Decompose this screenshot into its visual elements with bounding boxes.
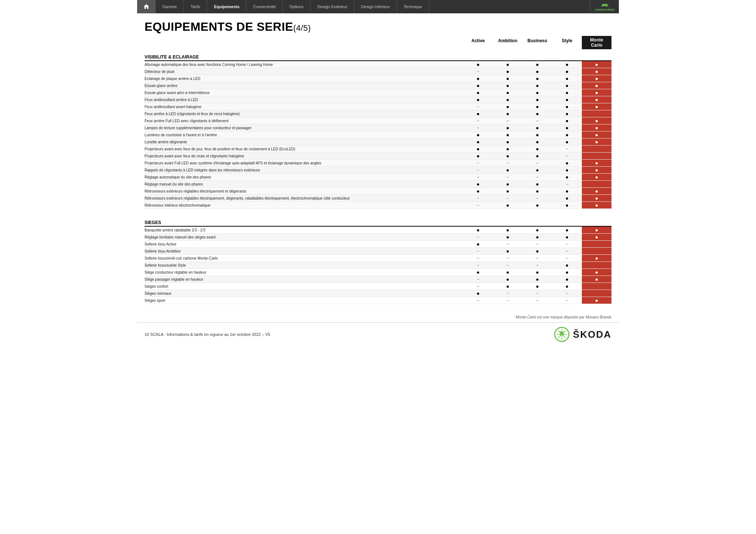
cell-ambition: – bbox=[493, 290, 523, 297]
cell-montecarlo: ● bbox=[582, 255, 611, 261]
nav-gamme[interactable]: Gamme bbox=[156, 0, 184, 13]
cell-active: – bbox=[463, 195, 493, 201]
cell-business: – bbox=[523, 297, 552, 304]
cell-ambition: – bbox=[493, 297, 523, 304]
row-label: Rappels de clignotants à LED intégrés da… bbox=[145, 167, 463, 173]
row-cells: ●●●●● bbox=[463, 96, 611, 103]
row-cells: –––●– bbox=[463, 262, 611, 268]
nav-design-ext[interactable]: Design Extérieur bbox=[311, 0, 354, 13]
cell-style: ● bbox=[552, 124, 582, 131]
nav-tarifs[interactable]: Tarifs bbox=[184, 0, 207, 13]
cell-ambition: ● bbox=[493, 283, 523, 290]
row-cells: ●●●●● bbox=[463, 138, 611, 145]
table-row: Sellerie tissu/suède Style–––●– bbox=[145, 262, 611, 269]
cell-business: ● bbox=[523, 146, 552, 152]
cell-style: ● bbox=[552, 269, 582, 276]
cell-style: – bbox=[552, 297, 582, 304]
cell-style: – bbox=[552, 255, 582, 261]
table-row: Rappels de clignotants à LED intégrés da… bbox=[145, 167, 611, 174]
cell-montecarlo: – bbox=[582, 283, 611, 290]
nav-bar: Gamme Tarifs Equipements Connectivité Op… bbox=[137, 0, 619, 13]
cell-style: ● bbox=[552, 234, 582, 240]
table-row: Sellerie tissu Active●–––– bbox=[145, 241, 611, 248]
row-label: Allumage automatique des feux avec fonct… bbox=[145, 62, 463, 67]
table-row: Essuie-glace avant aéro à intermittence●… bbox=[145, 89, 611, 96]
table-row: Feux antibrouillard avant halogène–●●●● bbox=[145, 103, 611, 110]
cell-ambition: ● bbox=[493, 181, 523, 187]
cell-ambition: ● bbox=[493, 167, 523, 173]
cell-business: ● bbox=[523, 131, 552, 138]
cell-montecarlo: ● bbox=[582, 202, 611, 208]
cell-active: – bbox=[463, 234, 493, 240]
cell-style: – bbox=[552, 181, 582, 187]
table-row: Sellerie tissu/simili-cuir carbone Monte… bbox=[145, 255, 611, 262]
home-button[interactable] bbox=[137, 0, 156, 13]
row-label: Feux antibrouillard arrière à LED bbox=[145, 97, 463, 103]
cell-business: ● bbox=[523, 89, 552, 96]
cell-montecarlo: ● bbox=[582, 96, 611, 103]
row-cells: ––––● bbox=[463, 297, 611, 304]
nav-technique[interactable]: Technique bbox=[397, 0, 429, 13]
cell-active: – bbox=[463, 248, 493, 254]
cell-montecarlo: ● bbox=[582, 61, 611, 68]
table-row: Projecteurs avant avec feux de route et … bbox=[145, 153, 611, 160]
table-row: Réglage manuel du site des phares●●●–– bbox=[145, 181, 611, 188]
cell-active: ● bbox=[463, 96, 493, 103]
row-cells: ●●●●● bbox=[463, 227, 611, 233]
cell-style: ● bbox=[552, 227, 582, 233]
nav-connectivite[interactable]: Connectivité bbox=[246, 0, 283, 13]
row-label: Réglage automatique du site des phares bbox=[145, 174, 463, 180]
cell-ambition: ● bbox=[493, 131, 523, 138]
cell-montecarlo: ● bbox=[582, 188, 611, 194]
cell-ambition: – bbox=[493, 195, 523, 201]
cell-business: ● bbox=[523, 82, 552, 89]
row-cells: ●–––– bbox=[463, 241, 611, 247]
cell-montecarlo: – bbox=[582, 248, 611, 254]
cell-style: ● bbox=[552, 89, 582, 96]
cell-montecarlo: – bbox=[582, 181, 611, 187]
configurez-button[interactable]: CONFIGUREZ bbox=[590, 0, 619, 13]
cell-business: ● bbox=[523, 202, 552, 208]
row-label: Siège passager réglable en hauteur bbox=[145, 277, 463, 282]
cell-business: – bbox=[523, 195, 552, 201]
cell-montecarlo: ● bbox=[582, 276, 611, 283]
cell-montecarlo: – bbox=[582, 110, 611, 117]
row-label: Banquette arrière rabattable 2/3 - 1/3 bbox=[145, 227, 463, 233]
page-title-area: EQUIPEMENTS DE SERIE(4/5) bbox=[137, 13, 619, 36]
row-cells: ●–––– bbox=[463, 290, 611, 297]
equipment-table: Active Ambition Business Style MonteCarl… bbox=[137, 36, 619, 304]
cell-ambition: ● bbox=[493, 138, 523, 145]
cell-active: ● bbox=[463, 82, 493, 89]
cell-montecarlo: – bbox=[582, 290, 611, 297]
cell-active: – bbox=[463, 124, 493, 131]
cell-style: ● bbox=[552, 283, 582, 290]
cell-montecarlo: – bbox=[582, 153, 611, 159]
cell-style: – bbox=[552, 146, 582, 152]
cell-business: ● bbox=[523, 96, 552, 103]
cell-style: ● bbox=[552, 75, 582, 82]
cell-active: – bbox=[463, 117, 493, 124]
cell-active: – bbox=[463, 262, 493, 268]
cell-active: – bbox=[463, 160, 493, 166]
cell-style: – bbox=[552, 241, 582, 247]
cell-ambition: ● bbox=[493, 103, 523, 110]
table-row: Feux arrière Full LED avec clignotants à… bbox=[145, 117, 611, 124]
cell-style: ● bbox=[552, 117, 582, 124]
row-cells: ●●●●– bbox=[463, 110, 611, 117]
cell-active: – bbox=[463, 283, 493, 290]
table-row: Sièges sport––––● bbox=[145, 297, 611, 304]
cell-montecarlo: – bbox=[582, 146, 611, 152]
cell-business: ● bbox=[523, 153, 552, 159]
row-cells: ●●●●● bbox=[463, 61, 611, 68]
cell-business: ● bbox=[523, 283, 552, 290]
row-label: Rétroviseurs extérieurs réglables électr… bbox=[145, 188, 463, 194]
nav-design-int[interactable]: Design Intérieur bbox=[354, 0, 397, 13]
table-row: Sièges normaux●–––– bbox=[145, 290, 611, 297]
footer-page-info: 10 SCALA : Informations & tarifs en vigu… bbox=[145, 332, 270, 337]
nav-options[interactable]: Options bbox=[283, 0, 311, 13]
cell-business: – bbox=[523, 117, 552, 124]
table-row: Détecteur de pluie–●●●● bbox=[145, 68, 611, 75]
nav-equipements[interactable]: Equipements bbox=[207, 0, 246, 13]
table-row: Rétroviseur intérieur électrochromatique… bbox=[145, 202, 611, 209]
cell-montecarlo: ● bbox=[582, 297, 611, 304]
